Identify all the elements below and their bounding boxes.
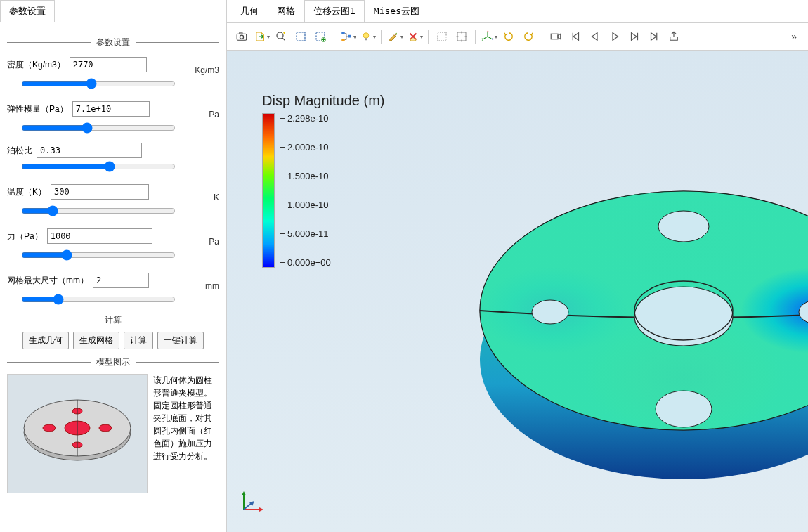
model-description: 该几何体为圆柱形普通夹模型。固定圆柱形普通夹孔底面，对其圆孔内侧面（红色面）施加… <box>153 374 219 462</box>
svg-rect-15 <box>341 32 345 34</box>
export-icon[interactable]: ▾ <box>252 27 271 46</box>
svg-point-35 <box>658 211 709 242</box>
step-forward-icon[interactable] <box>625 27 644 46</box>
one-click-button[interactable]: 一键计算 <box>157 332 204 349</box>
legend-tick: 2.298e-10 <box>280 113 331 124</box>
skip-start-icon[interactable] <box>566 27 585 46</box>
input-poisson[interactable] <box>37 143 142 158</box>
slider-density[interactable] <box>21 78 176 89</box>
unit-mesh: mm <box>205 270 219 291</box>
axes-reset-icon[interactable]: zxy▾ <box>480 27 498 46</box>
zoom-tool-icon[interactable] <box>272 27 290 46</box>
viewport-toolbar: ▾ ▾ ▾ ▾ ▾ zxy▾ » <box>227 23 808 51</box>
camera-record-icon[interactable] <box>547 27 565 46</box>
input-youngs[interactable] <box>72 101 150 117</box>
label-force: 力（Pa） <box>7 231 43 242</box>
skip-end-icon[interactable] <box>645 27 663 46</box>
toolbar-overflow-icon[interactable]: » <box>786 31 802 42</box>
section-title-model: 模型图示 <box>7 356 219 368</box>
svg-point-11 <box>277 32 283 39</box>
legend-title: Disp Magnitude (m) <box>262 93 385 109</box>
svg-point-36 <box>656 391 712 427</box>
input-mesh[interactable] <box>93 273 149 288</box>
label-poisson: 泊松比 <box>7 145 32 157</box>
section-title-compute: 计算 <box>7 314 219 326</box>
slider-mesh[interactable] <box>21 294 176 305</box>
tab-mises[interactable]: Mises云图 <box>365 0 429 22</box>
tab-mesh[interactable]: 网格 <box>268 0 304 22</box>
unit-temp: K <box>214 181 219 202</box>
svg-point-4 <box>99 424 112 432</box>
svg-rect-16 <box>341 39 345 41</box>
svg-text:x: x <box>492 37 494 41</box>
slider-youngs[interactable] <box>21 122 176 134</box>
svg-marker-43 <box>259 507 263 512</box>
gen-geom-button[interactable]: 生成几何 <box>22 332 69 349</box>
svg-rect-12 <box>297 32 305 41</box>
svg-point-37 <box>532 300 568 324</box>
toolbar-separator <box>542 30 542 44</box>
svg-text:y: y <box>481 37 483 41</box>
svg-text:z: z <box>487 30 489 32</box>
label-temp: 温度（K） <box>7 186 46 198</box>
legend-tick: 0.000e+00 <box>280 257 331 268</box>
svg-marker-41 <box>242 491 246 495</box>
rotate-cw-icon[interactable] <box>519 27 537 46</box>
unit-youngs: Pa <box>209 98 219 119</box>
camera-icon[interactable] <box>233 27 251 46</box>
svg-rect-17 <box>348 35 351 38</box>
compute-button[interactable]: 计算 <box>124 332 153 349</box>
delete-icon[interactable]: ▾ <box>405 27 424 46</box>
svg-rect-20 <box>410 39 416 41</box>
tab-geometry[interactable]: 几何 <box>231 0 268 22</box>
toolbar-separator <box>475 30 476 44</box>
toolbar-separator <box>334 30 334 44</box>
tab-disp[interactable]: 位移云图1 <box>304 0 365 22</box>
color-legend: Disp Magnitude (m) 2.298e-10 2.000e-10 1… <box>262 93 385 268</box>
legend-tick: 2.000e-10 <box>280 142 331 153</box>
tree-icon[interactable]: ▾ <box>339 27 357 46</box>
slider-poisson[interactable] <box>21 161 176 172</box>
unit-density: Kg/m3 <box>195 54 219 75</box>
legend-tick: 1.000e-10 <box>280 200 331 210</box>
fea-result-model <box>459 135 808 528</box>
input-force[interactable] <box>47 228 152 244</box>
svg-rect-10 <box>240 32 242 34</box>
select-box-icon[interactable] <box>292 27 310 46</box>
brush-icon[interactable]: ▾ <box>386 27 404 46</box>
select-box-plus-icon[interactable] <box>311 27 330 46</box>
lasso-icon[interactable] <box>433 27 451 46</box>
svg-rect-22 <box>457 32 466 41</box>
section-title-params: 参数设置 <box>7 37 219 48</box>
svg-point-18 <box>363 33 369 39</box>
sidebar-tab-params[interactable]: 参数设置 <box>0 0 55 22</box>
label-mesh: 网格最大尺寸（mm） <box>7 275 89 287</box>
colorbar <box>262 113 275 268</box>
crosshair-icon[interactable] <box>452 27 471 46</box>
legend-tick: 1.500e-10 <box>280 171 331 181</box>
play-icon[interactable] <box>606 27 624 46</box>
legend-tick: 5.000e-11 <box>280 228 331 239</box>
svg-point-9 <box>240 35 243 39</box>
svg-rect-19 <box>365 38 367 40</box>
input-temp[interactable] <box>51 184 149 200</box>
svg-rect-21 <box>438 32 446 41</box>
unit-force: Pa <box>209 226 219 247</box>
label-youngs: 弹性模量（Pa） <box>7 103 68 115</box>
svg-point-33 <box>634 287 733 346</box>
step-back-icon[interactable] <box>586 27 604 46</box>
model-thumbnail <box>7 374 148 493</box>
share-icon[interactable] <box>665 27 683 46</box>
svg-point-3 <box>43 424 56 432</box>
slider-temp[interactable] <box>21 205 176 216</box>
viewport-3d[interactable]: Disp Magnitude (m) 2.298e-10 2.000e-10 1… <box>227 51 808 532</box>
rotate-ccw-icon[interactable] <box>500 27 518 46</box>
toolbar-separator <box>381 30 382 44</box>
label-density: 密度（Kg/m3） <box>7 59 65 71</box>
svg-rect-26 <box>551 34 558 39</box>
gen-mesh-button[interactable]: 生成网格 <box>73 332 119 349</box>
slider-force[interactable] <box>21 249 176 261</box>
lightbulb-icon[interactable]: ▾ <box>358 27 377 46</box>
axis-triad-icon <box>238 487 266 515</box>
input-density[interactable] <box>70 57 147 72</box>
